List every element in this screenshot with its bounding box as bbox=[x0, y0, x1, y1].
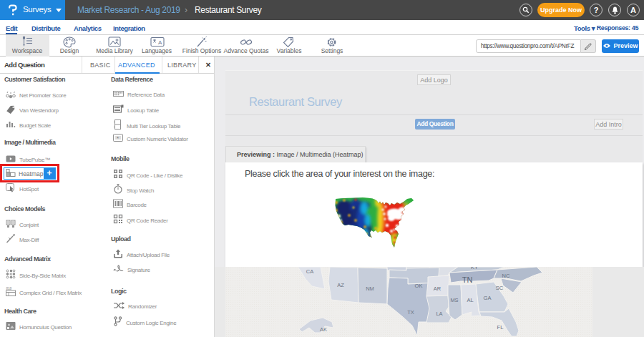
svg-text:AK: AK bbox=[320, 326, 327, 333]
svg-text:MS: MS bbox=[450, 297, 458, 303]
svg-text:AR: AR bbox=[434, 285, 441, 292]
svg-text:A: A bbox=[158, 39, 162, 46]
svg-text:GA: GA bbox=[484, 295, 492, 301]
svg-text:NC: NC bbox=[502, 273, 510, 279]
svg-text:*: * bbox=[117, 135, 119, 142]
svg-text:CA: CA bbox=[306, 268, 313, 275]
svg-text:818: 818 bbox=[6, 286, 12, 290]
svg-text:TN: TN bbox=[462, 275, 473, 284]
svg-text:KY: KY bbox=[471, 267, 478, 270]
svg-text:NM: NM bbox=[366, 285, 374, 292]
svg-text:FL: FL bbox=[497, 324, 504, 331]
svg-text:AL: AL bbox=[467, 297, 473, 303]
svg-text:LA: LA bbox=[436, 311, 442, 317]
svg-text:TX: TX bbox=[407, 309, 414, 316]
svg-text:OK: OK bbox=[415, 283, 423, 289]
svg-text:SC: SC bbox=[496, 285, 504, 291]
svg-text:AZ: AZ bbox=[337, 282, 344, 288]
